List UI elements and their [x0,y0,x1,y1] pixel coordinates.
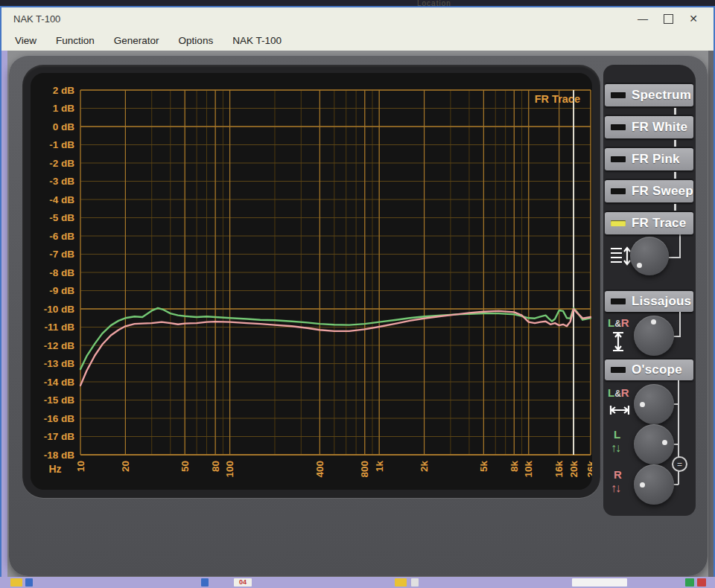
mode-led [611,124,626,130]
knob-indicator-dot [637,263,642,268]
menu-item-function[interactable]: Function [56,35,95,46]
lissajous-button[interactable]: Lissajous [605,291,693,312]
minimize-button[interactable]: — [630,10,655,28]
axis-label: 20 [120,461,131,472]
mode-led [611,156,626,162]
knob-indicator-dot [651,319,656,325]
knob-indicator-dot [640,402,645,407]
oscope-button[interactable]: O'scope [605,359,693,380]
axis-label: 10 [75,461,86,472]
axis-label: -12 dB [44,340,75,351]
axis-label: 8k [509,461,520,473]
axis-label: 2 dB [53,85,75,96]
axis-label: -1 dB [49,139,74,150]
mode-led [611,188,626,194]
axis-label: -15 dB [44,394,75,406]
axis-label: -7 dB [49,249,74,260]
screen-bezel: 2 dB1 dB0 dB-1 dB-2 dB-3 dB-4 dB-5 dB-6 … [22,65,600,498]
axis-label: 1k [374,461,385,473]
window-title: NAK T-100 [13,13,630,25]
mode-button-spectrum[interactable]: Spectrum [605,84,693,106]
lissajous-gain-knob[interactable] [634,316,674,356]
screenshot-root: Location NAK T-100 — ✕ ViewFunctionGener… [0,0,715,588]
right-control-column: Lissajous L&R O'scope [603,65,696,516]
desktop-icon [572,578,627,587]
axis-label: 20k [568,461,579,478]
axis-label: -18 dB [44,450,75,461]
axis-label: -2 dB [49,158,74,169]
mode-button-label: FR Pink [632,152,680,167]
knob-connector-line [669,234,681,258]
axis-label: 1 dB [53,103,75,114]
bottom-control-panel: NAK T-100 Audio Analyzer ? Max.40kHz ? [9,498,708,576]
axis-label: 10k [523,461,534,478]
lissajous-led [611,298,626,304]
menu-item-nak-t-100[interactable]: NAK T-100 [232,35,282,46]
right-gain-arrows-icon: ↑↓ [611,482,620,495]
maximize-button[interactable] [655,10,681,28]
link-equals-badge[interactable]: = [672,456,687,472]
mode-button-label: Spectrum [632,88,691,103]
mode-button-fr-trace[interactable]: FR Trace [605,212,693,234]
axis-label: 50 [179,461,191,472]
analyzer-front-panel: 2 dB1 dB0 dB-1 dB-2 dB-3 dB-4 dB-5 dB-6 … [9,55,708,576]
menu-item-view[interactable]: View [15,35,36,46]
titlebar: NAK T-100 — ✕ [1,7,714,30]
lissajous-label: Lissajous [632,294,691,309]
button-link-dash [674,108,676,116]
button-link-dash [674,172,676,180]
axis-label: -6 dB [49,231,74,242]
desktop-icon [411,578,419,587]
desktop-icon [685,578,694,587]
trace-offset-knob[interactable] [630,237,669,275]
axis-label: -9 dB [49,285,74,296]
mode-led [611,92,626,98]
mode-button-label: FR Sweep [632,184,693,199]
axis-label: 80 [210,461,221,472]
oscope-width-channel-label: L&R [608,386,629,399]
axis-label: -14 dB [44,377,75,388]
mode-button-fr-white[interactable]: FR White [605,116,693,138]
app-window: NAK T-100 — ✕ ViewFunctionGeneratorOptio… [0,6,715,578]
oscope-width-knob[interactable] [634,384,674,424]
mode-button-fr-sweep[interactable]: FR Sweep [605,180,693,202]
knob-indicator-dot [662,440,667,445]
horizontal-size-icon [609,404,630,416]
button-link-dash [674,140,676,148]
axis-label: -4 dB [49,194,74,205]
lissajous-channel-label: L&R [608,316,629,329]
axis-label: -3 dB [49,176,74,187]
menubar: ViewFunctionGeneratorOptionsNAK T-100 [1,30,714,51]
axis-label: -13 dB [44,358,75,369]
axis-label: Hz [48,463,61,475]
knob-indicator-dot [640,482,645,488]
axis-label: 100 [224,461,235,478]
axis-label: -10 dB [44,304,75,315]
left-channel-label: L [614,428,620,441]
desktop-icon: 04 [234,578,252,587]
close-button[interactable]: ✕ [681,10,706,28]
trace-offset-icon [609,245,632,267]
mode-button-fr-pink[interactable]: FR Pink [605,148,693,170]
trace-mode-readout: FR Trace [535,93,580,105]
axis-label: 26k [585,461,593,478]
maximize-icon [664,14,673,24]
axis-label: 5k [478,461,489,473]
axis-label: 2k [419,461,430,473]
left-gain-arrows-icon: ↑↓ [611,441,620,455]
desktop-icon [201,578,209,587]
axis-label: 400 [314,461,325,478]
left-gain-knob[interactable] [634,424,674,464]
axis-label: -17 dB [44,431,75,442]
desktop-icon [395,578,407,587]
axis-label: -16 dB [44,413,75,424]
fr-trace-plot: 2 dB1 dB0 dB-1 dB-2 dB-3 dB-4 dB-5 dB-6 … [31,73,592,490]
menu-item-generator[interactable]: Generator [114,35,159,46]
menu-item-options[interactable]: Options [179,35,214,46]
desktop-taskbar-sliver: 04 [0,577,715,588]
desktop-icon [697,578,706,587]
axis-label: -5 dB [49,212,74,223]
fr-trace-screen: 2 dB1 dB0 dB-1 dB-2 dB-3 dB-4 dB-5 dB-6 … [31,73,592,490]
desktop-icon [25,578,33,587]
window-right-edge [708,51,714,577]
